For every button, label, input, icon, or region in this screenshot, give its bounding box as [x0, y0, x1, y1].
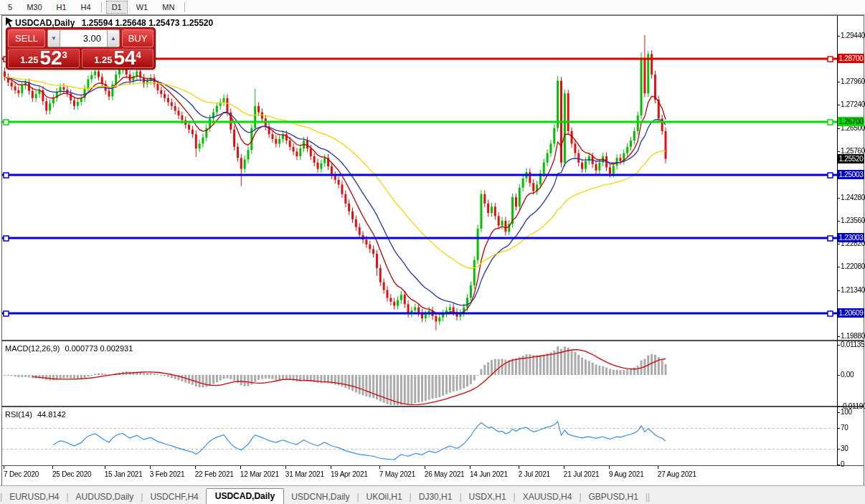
- price-line-badge: 1.26700: [838, 117, 864, 126]
- one-click-trade-widget: SELL ▼ 3.00 ▲ BUY 1.25 52 3 1.25 54 4: [6, 27, 156, 70]
- date-tick-label: 26 May 2021: [425, 470, 465, 478]
- price-tick-label: 1.23560: [841, 217, 865, 224]
- date-tick-label: 7 May 2021: [379, 470, 415, 478]
- chart-tab-usdx[interactable]: USDX,H1: [462, 490, 514, 504]
- volume-decrease-button[interactable]: ▼: [47, 29, 60, 47]
- chart-tab-eurusd[interactable]: EURUSD,H4: [2, 490, 66, 504]
- rsi-value: 44.8142: [37, 410, 66, 419]
- price-tick-label: 1.27960: [841, 77, 865, 85]
- date-tick-label: 3 Feb 2021: [150, 470, 185, 478]
- macd-axis-label: 0.01135: [841, 341, 864, 348]
- buy-price-main: 54: [113, 49, 136, 67]
- price-line-badge: 1.28700: [838, 54, 864, 63]
- chart-cursor-icon: [5, 17, 14, 27]
- volume-stepper: ▼ 3.00 ▲: [47, 29, 120, 47]
- chart-tab-audusd[interactable]: AUDUSD,Daily: [69, 490, 141, 504]
- date-tick-label: 22 Feb 2021: [195, 470, 234, 478]
- chart-ohlc-values: 1.25594 1.25648 1.25473 1.25520: [82, 18, 214, 28]
- buy-price-panel[interactable]: 1.25 54 4: [82, 49, 153, 68]
- rsi-dates-separator: [1, 465, 864, 466]
- date-tick-label: 12 Mar 2021: [240, 470, 279, 478]
- tab-separator: |: [648, 492, 650, 504]
- sell-price-main: 52: [39, 49, 62, 67]
- trading-app-window: 5M30H1H4D1W1MN USDCAD,Daily 1.25594 1.25…: [0, 0, 865, 504]
- date-tick-label: 25 Dec 2020: [52, 470, 92, 478]
- date-tick-label: 14 Jun 2021: [470, 470, 508, 478]
- rsi-axis-label: 0: [841, 460, 844, 468]
- price-tick-label: 1.22080: [841, 262, 865, 270]
- chart-plot-area[interactable]: [2, 16, 836, 465]
- rsi-name: RSI(14): [5, 410, 32, 419]
- date-tick-label: 9 Aug 2021: [609, 470, 644, 478]
- buy-button[interactable]: BUY: [122, 29, 153, 47]
- timeframe-button-mn[interactable]: MN: [156, 1, 180, 14]
- rsi-axis-label: 100: [841, 408, 852, 416]
- macd-name: MACD(12,26,9): [5, 344, 60, 353]
- date-tick-label: 27 Aug 2021: [658, 470, 696, 478]
- date-tick-label: 7 Dec 2020: [4, 470, 39, 478]
- buy-price-pip: 4: [136, 49, 141, 60]
- price-tick-label: 1.21340: [841, 286, 865, 294]
- chart-tab-usdchf[interactable]: USDCHF,H4: [143, 490, 205, 504]
- timeframe-button-h1[interactable]: H1: [51, 1, 72, 14]
- rsi-axis-label: 70: [841, 424, 849, 432]
- chart-symbol-label: USDCAD,Daily: [15, 18, 75, 28]
- date-tick-label: 31 Mar 2021: [285, 470, 324, 478]
- rsi-axis-label: 30: [841, 444, 849, 452]
- price-line-badge: 1.25003: [838, 170, 864, 179]
- chart-tab-usdcnh[interactable]: USDCNH,Daily: [284, 490, 356, 504]
- date-tick-label: 2 Jul 2021: [519, 470, 550, 478]
- timeframe-button-d1[interactable]: D1: [106, 1, 128, 14]
- macd-values: 0.000773 0.002931: [65, 344, 133, 353]
- price-tick-label: 1.24280: [841, 194, 865, 201]
- sell-price-panel[interactable]: 1.25 52 3: [8, 49, 80, 68]
- buy-price-prefix: 1.25: [94, 54, 112, 65]
- timeframe-toolbar: 5M30H1H4D1W1MN: [0, 0, 865, 15]
- price-line-badge: 1.23003: [838, 233, 864, 242]
- sell-price-prefix: 1.25: [20, 54, 38, 65]
- sell-price-pip: 3: [62, 49, 67, 60]
- price-tick-label: 1.19880: [841, 332, 865, 340]
- timeframe-button-h4[interactable]: H4: [75, 1, 97, 14]
- date-tick-label: 15 Jan 2021: [105, 470, 143, 478]
- price-tick-label: 1.27240: [841, 100, 865, 108]
- chart-tab-ukoil[interactable]: UKOil,H1: [359, 490, 410, 504]
- price-tick-label: 1.29440: [841, 32, 865, 39]
- symbol-tab-bar: |EURUSD,H4|AUDUSD,Daily|USDCHF,H4USDCAD,…: [0, 485, 865, 504]
- price-line-badge: 1.20609: [838, 308, 864, 318]
- macd-axis-label: 0.00: [841, 371, 854, 379]
- rsi-label: RSI(14) 44.8142: [5, 410, 66, 419]
- macd-label: MACD(12,26,9) 0.000773 0.002931: [5, 344, 133, 353]
- date-tick-label: 21 Jul 2021: [564, 470, 600, 478]
- volume-increase-button[interactable]: ▲: [107, 29, 120, 47]
- timeframe-button-m30[interactable]: M30: [21, 1, 47, 14]
- toolbar-separator: [101, 2, 102, 12]
- chart-tab-gbpusd[interactable]: GBPUSD,H1: [582, 490, 646, 504]
- sell-button[interactable]: SELL: [8, 29, 45, 47]
- chart-title: USDCAD,Daily 1.25594 1.25648 1.25473 1.2…: [15, 18, 213, 28]
- toolbar-separator: [184, 2, 185, 12]
- volume-input[interactable]: 3.00: [60, 29, 107, 47]
- chart-tab-xauusd[interactable]: XAUUSD,H4: [516, 490, 580, 504]
- chart-tab-dj30[interactable]: DJ30,H1: [412, 490, 460, 504]
- current-price-badge: 1.25520: [838, 154, 864, 163]
- chart-tab-usdcad[interactable]: USDCAD,Daily: [206, 488, 284, 504]
- date-tick-label: 19 Apr 2021: [331, 470, 368, 478]
- timeframe-button-w1[interactable]: W1: [131, 1, 154, 14]
- timeframe-button-5[interactable]: 5: [2, 1, 18, 14]
